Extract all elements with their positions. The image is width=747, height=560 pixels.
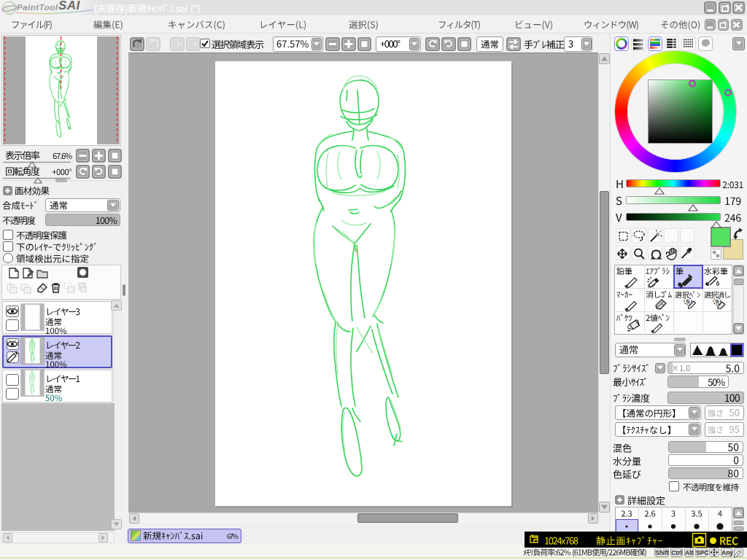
svg-text:S: S xyxy=(715,298,719,305)
svg-text:S: S xyxy=(686,298,690,305)
